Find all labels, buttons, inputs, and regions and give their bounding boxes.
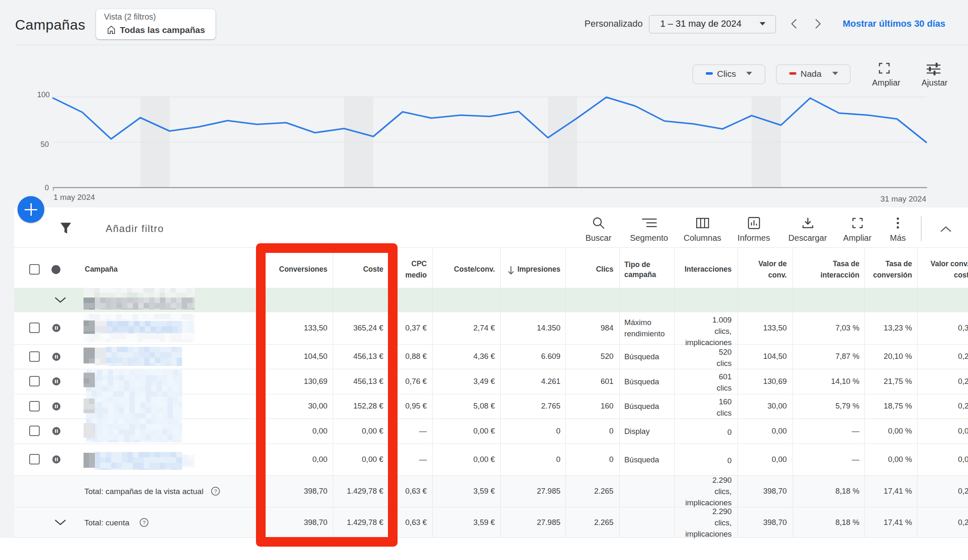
- svg-text:?: ?: [142, 520, 145, 526]
- svg-text:?: ?: [214, 488, 217, 494]
